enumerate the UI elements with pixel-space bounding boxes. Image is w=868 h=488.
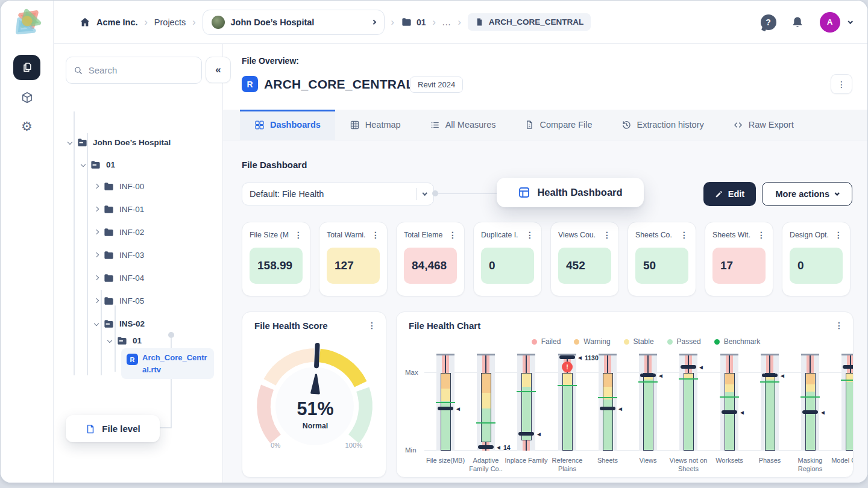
breadcrumb-projects[interactable]: Projects: [154, 17, 186, 27]
benchmark-line: [760, 381, 779, 383]
chevron-right-icon[interactable]: [94, 207, 99, 211]
user-avatar[interactable]: A: [820, 12, 840, 33]
passed-segment: [684, 378, 693, 450]
chevron-down-icon[interactable]: [81, 162, 86, 167]
tree-item-01[interactable]: 01: [54, 156, 219, 173]
help-button[interactable]: ?: [761, 14, 776, 30]
x-axis-label: File size(MB): [423, 456, 468, 465]
warning-segment: [441, 374, 450, 389]
dashboard-view-select[interactable]: Default: File Health: [242, 183, 434, 205]
more-actions-button[interactable]: More actions: [762, 182, 852, 206]
folder-open-icon: [103, 318, 115, 330]
tree-item-inf-02[interactable]: INF-02: [54, 224, 219, 240]
kebab-icon[interactable]: ⋮: [526, 230, 534, 240]
tree-item-selected-file[interactable]: RArch_Core_Central.rtv: [121, 348, 214, 379]
notifications-button[interactable]: [791, 16, 804, 29]
app-logo[interactable]: [11, 5, 45, 39]
files-icon: [21, 61, 33, 74]
card-menu-button[interactable]: ⋮: [368, 321, 376, 330]
tree-item-inf-03[interactable]: INF-03: [54, 246, 219, 263]
edit-button[interactable]: Edit: [703, 182, 756, 206]
nav-settings-button[interactable]: ⚙: [13, 114, 40, 139]
file-overview-label: File Overview:: [242, 56, 299, 66]
breadcrumb-project-pill[interactable]: John Doe’s Hospital: [203, 10, 385, 35]
chevron-down-icon[interactable]: [848, 19, 852, 23]
tab-extraction-history[interactable]: Extraction history: [607, 110, 719, 140]
tab-compare-file[interactable]: Compare File: [510, 110, 606, 140]
range-box: [684, 373, 694, 451]
chevron-right-icon[interactable]: [94, 230, 99, 234]
tab-raw-export[interactable]: Raw Export: [719, 110, 808, 140]
chevron-right-icon[interactable]: [94, 252, 99, 257]
passed-segment: [644, 380, 653, 450]
kebab-icon[interactable]: ⋮: [834, 230, 843, 240]
nav-files-button[interactable]: [13, 55, 40, 80]
breadcrumb-org[interactable]: Acme Inc.: [96, 17, 138, 27]
chevron-down-icon[interactable]: [68, 140, 72, 145]
chevron-down-icon[interactable]: [94, 321, 99, 326]
kebab-icon[interactable]: ⋮: [603, 230, 611, 240]
tab-label: All Measures: [445, 120, 496, 130]
kpi-value: 127: [327, 248, 380, 284]
file-actions-menu-button[interactable]: ⋮: [831, 74, 852, 94]
collapse-sidebar-button[interactable]: «: [206, 57, 231, 83]
search-input[interactable]: [89, 65, 194, 75]
breadcrumb-folder[interactable]: 01: [417, 17, 426, 27]
breadcrumb-ellipsis[interactable]: ...: [442, 17, 451, 27]
whisker-line: [810, 355, 811, 373]
tree-item-inf-05[interactable]: INF-05: [54, 292, 219, 309]
whisker-line: [647, 355, 649, 373]
file-level-label: File level: [102, 424, 140, 434]
x-axis-label: Model Group: [828, 456, 854, 465]
tree-item-ins-02[interactable]: INS-02: [54, 315, 219, 332]
marker-arrow-icon: ◄: [698, 364, 704, 371]
tree-item-inf-04[interactable]: INF-04: [54, 269, 219, 286]
breadcrumb-file[interactable]: ARCH_CORE_CENTRAL: [468, 13, 591, 31]
logo-icon: [11, 5, 45, 39]
tree-item-john-doe-s-hospital[interactable]: John Doe’s Hospital: [54, 134, 219, 151]
kebab-icon[interactable]: ⋮: [448, 230, 457, 240]
x-axis-label: Phases: [747, 456, 793, 465]
chevron-right-icon[interactable]: [94, 298, 99, 303]
stable-segment: [482, 393, 491, 408]
x-axis-label: Inplace Family: [503, 456, 549, 465]
kebab-icon[interactable]: ⋮: [294, 230, 303, 240]
chevron-right-icon: ›: [458, 17, 461, 28]
y-axis-max-label: Max: [405, 369, 423, 376]
chevron-right-icon[interactable]: [94, 184, 99, 189]
chevron-down-icon: [835, 191, 840, 196]
x-axis-label: Masking Regions: [787, 456, 833, 474]
home-icon[interactable]: [79, 16, 91, 28]
passed-segment: [846, 382, 854, 450]
kebab-icon[interactable]: ⋮: [371, 230, 380, 240]
kpi-card-1: Total Warni.⋮127: [319, 222, 388, 296]
passed-segment: [766, 380, 775, 450]
gauge-value-marker: [316, 345, 318, 366]
current-value-marker: [559, 355, 575, 359]
tab-dashboards[interactable]: Dashboards: [240, 110, 335, 140]
chevron-down-icon[interactable]: [107, 338, 112, 343]
tree-item-label: INF-00: [119, 182, 144, 191]
marker-arrow-icon: ◄: [779, 373, 785, 379]
whisker-line: [769, 355, 770, 373]
marker-value-label: 1130: [585, 355, 599, 361]
tab-all-measures[interactable]: All Measures: [415, 110, 511, 140]
tab-heatmap[interactable]: Heatmap: [335, 110, 415, 140]
kebab-icon[interactable]: ⋮: [757, 230, 766, 240]
cube-icon: [20, 91, 34, 104]
marker-arrow-icon: ◄: [536, 431, 542, 437]
left-rail: ⚙: [1, 1, 54, 483]
kebab-icon: ⋮: [837, 80, 846, 89]
chevron-right-icon: ›: [432, 17, 435, 28]
kpi-value: 0: [481, 248, 534, 284]
health-dashboard-callout: Health Dashboard: [497, 178, 644, 207]
passed-segment: [725, 392, 734, 450]
chevron-right-icon[interactable]: [94, 275, 99, 280]
tree-item-inf-00[interactable]: INF-00: [54, 178, 219, 195]
kebab-icon[interactable]: ⋮: [680, 230, 688, 240]
boxplot-column-masking-regions: ◄: [801, 354, 819, 451]
nav-model-button[interactable]: [13, 85, 40, 110]
chevron-right-icon: ›: [192, 17, 195, 28]
tree-item-inf-01[interactable]: INF-01: [54, 201, 219, 217]
tree-item-01[interactable]: 01: [54, 332, 219, 349]
